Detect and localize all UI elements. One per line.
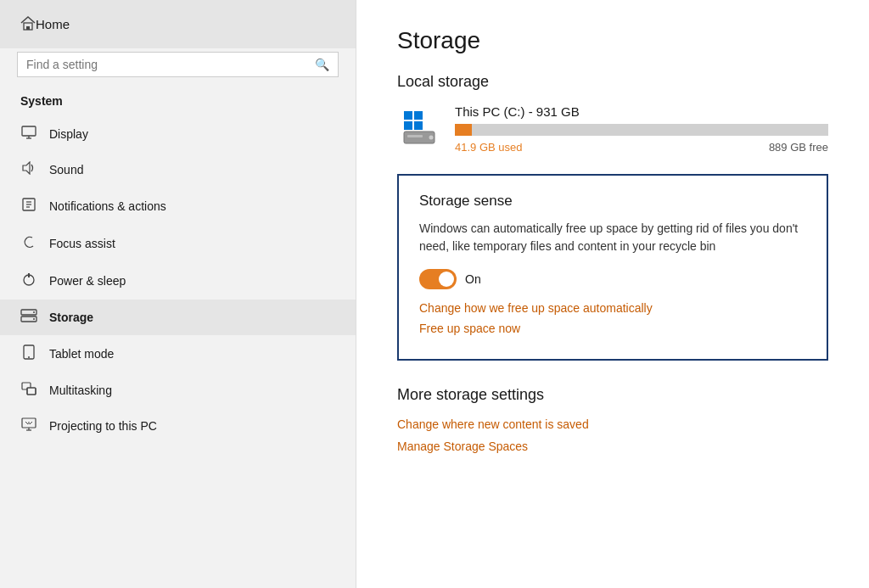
sidebar-item-sound-label: Sound [49,163,83,176]
storage-free: 889 GB free [769,141,828,154]
svg-point-33 [429,136,434,140]
svg-line-26 [30,422,32,424]
storage-icon [20,309,37,326]
drive-item: This PC (C:) - 931 GB 41.9 GB used 889 G… [397,104,828,154]
more-link-1[interactable]: Change where new content is saved [397,417,828,431]
svg-point-14 [33,311,35,313]
sidebar-item-power-label: Power & sleep [49,274,126,288]
svg-rect-34 [407,135,423,137]
storage-bar-fill [455,124,472,136]
sound-icon [20,161,37,178]
svg-rect-2 [22,126,36,136]
sense-link-1[interactable]: Change how we free up space automaticall… [419,301,806,315]
search-input[interactable] [26,58,315,71]
svg-point-17 [28,356,30,358]
sidebar-item-storage[interactable]: Storage [0,300,356,335]
sidebar-item-multitasking-label: Multitasking [49,384,112,397]
sidebar-item-sound[interactable]: Sound [0,152,356,188]
sidebar-item-tablet[interactable]: Tablet mode [0,335,356,372]
sidebar-item-power[interactable]: Power & sleep [0,262,356,300]
sidebar-item-focus-label: Focus assist [49,237,115,250]
sidebar-item-multitasking[interactable]: Multitasking [0,372,356,408]
storage-used: 41.9 GB used [455,141,523,154]
sense-title: Storage sense [419,193,806,210]
home-label: Home [36,17,70,31]
storage-sense-box: Storage sense Windows can automatically … [397,174,828,361]
power-icon [20,272,37,290]
search-icon: 🔍 [315,58,329,71]
projecting-icon [20,417,37,434]
svg-point-15 [33,318,35,320]
sidebar-item-display-label: Display [49,127,88,141]
sidebar-item-focus[interactable]: Focus assist [0,225,356,262]
storage-bar [455,124,828,136]
focus-icon [20,234,37,253]
svg-rect-1 [26,26,30,30]
sidebar-item-display[interactable]: Display [0,116,356,152]
page-title: Storage [397,27,828,54]
sidebar-item-projecting-label: Projecting to this PC [49,419,157,433]
drive-name: This PC (C:) - 931 GB [455,104,828,119]
svg-rect-28 [414,111,423,120]
sidebar-item-tablet-label: Tablet mode [49,347,114,361]
sidebar-section-system: System [0,89,356,116]
main-content: Storage Local storage This PC (C:) - 931… [356,0,869,588]
drive-info: This PC (C:) - 931 GB 41.9 GB used 889 G… [455,104,828,154]
sidebar-item-notifications-label: Notifications & actions [49,199,166,213]
toggle-label: On [465,272,481,286]
search-box[interactable]: 🔍 [17,52,339,77]
more-storage-title: More storage settings [397,386,828,404]
more-link-2[interactable]: Manage Storage Spaces [397,440,828,453]
multitasking-icon [20,382,37,399]
toggle-row: On [419,269,806,289]
sidebar: Home 🔍 System Display Sound Notification… [0,0,356,588]
notifications-icon [20,197,37,216]
local-storage-title: Local storage [397,73,828,91]
svg-rect-27 [404,111,412,120]
sidebar-item-home[interactable]: Home [0,0,356,48]
tablet-icon [20,344,37,363]
sense-desc: Windows can automatically free up space … [419,220,806,255]
storage-sense-toggle[interactable] [419,269,457,289]
svg-rect-19 [27,388,36,395]
sidebar-item-storage-label: Storage [49,311,93,324]
svg-rect-30 [414,121,423,130]
storage-details: 41.9 GB used 889 GB free [455,141,828,154]
toggle-knob [439,272,454,287]
svg-line-24 [25,422,28,424]
display-icon [20,126,37,143]
sidebar-item-projecting[interactable]: Projecting to this PC [0,408,356,444]
sidebar-item-notifications[interactable]: Notifications & actions [0,188,356,225]
drive-icon [397,104,441,148]
home-icon [20,15,36,33]
svg-rect-29 [404,121,412,130]
sense-link-2[interactable]: Free up space now [419,322,806,335]
svg-marker-5 [23,162,30,174]
